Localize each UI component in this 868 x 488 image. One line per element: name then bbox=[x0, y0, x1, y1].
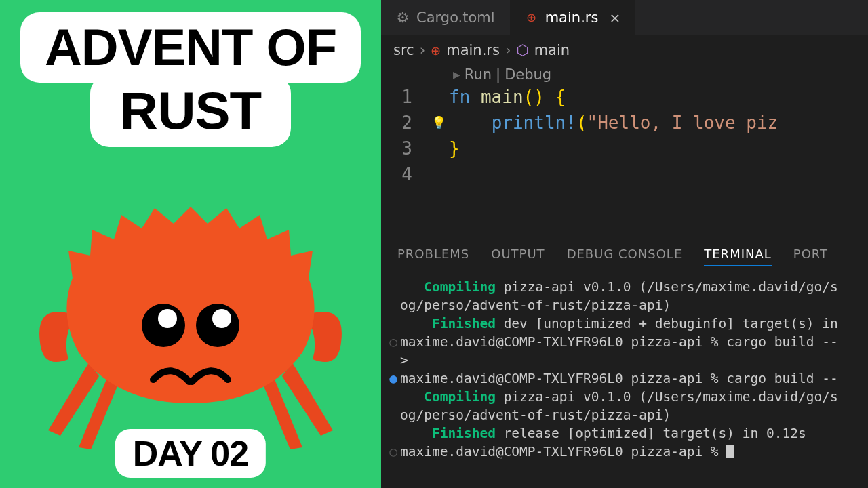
tab-cargo-toml[interactable]: ⚙ Cargo.toml bbox=[381, 0, 510, 35]
rust-box: RUST bbox=[90, 75, 291, 147]
tab-label: Cargo.toml bbox=[416, 9, 495, 26]
ferris-crab-illustration bbox=[28, 180, 353, 453]
terminal-line: > bbox=[388, 351, 868, 369]
day-box: DAY 02 bbox=[115, 429, 266, 478]
title-line-2: RUST bbox=[120, 80, 261, 142]
breadcrumb-src[interactable]: src bbox=[393, 42, 414, 58]
terminal-line: og/perso/advent-of-rust/pizza-api) bbox=[388, 296, 868, 314]
terminal-line: og/perso/advent-of-rust/pizza-api) bbox=[388, 406, 868, 424]
breadcrumb-fn[interactable]: main bbox=[534, 42, 570, 58]
terminal-cursor bbox=[726, 445, 734, 458]
breadcrumb-file[interactable]: main.rs bbox=[446, 42, 500, 58]
line-number: 4 bbox=[381, 161, 429, 187]
cube-icon: ⬡ bbox=[516, 42, 528, 58]
title-line-1: ADVENT OF bbox=[45, 20, 336, 75]
terminal-output[interactable]: Compiling pizza-api v0.1.0 (/Users/maxim… bbox=[381, 272, 868, 461]
editor-tabs: ⚙ Cargo.toml ⊕ main.rs × bbox=[381, 0, 868, 35]
svg-point-3 bbox=[212, 309, 231, 328]
codelens-run[interactable]: Run bbox=[465, 66, 492, 83]
play-icon: ▶ bbox=[453, 69, 460, 80]
day-text: DAY 02 bbox=[133, 433, 248, 474]
code-editor[interactable]: 1 fn main() { 2 💡 println!("Hello, I lov… bbox=[381, 84, 868, 187]
codelens-debug[interactable]: Debug bbox=[505, 66, 551, 83]
panel-tab-terminal[interactable]: TERMINAL bbox=[704, 247, 772, 266]
editor-panel: ⚙ Cargo.toml ⊕ main.rs × src › ⊕ main.rs… bbox=[381, 0, 868, 488]
rust-icon: ⊕ bbox=[431, 43, 441, 58]
tab-main-rs[interactable]: ⊕ main.rs × bbox=[510, 0, 636, 35]
panel-tab-ports[interactable]: PORT bbox=[793, 247, 828, 266]
panel-tab-problems[interactable]: PROBLEMS bbox=[397, 247, 469, 266]
gutter bbox=[429, 161, 449, 187]
chevron-right-icon: › bbox=[505, 42, 511, 58]
thumbnail-left-panel: ADVENT OF RUST DAY 02 bbox=[0, 0, 381, 488]
terminal-line: Finished dev [unoptimized + debuginfo] t… bbox=[388, 314, 868, 333]
svg-point-2 bbox=[158, 309, 177, 328]
code-line-3[interactable]: 3 } bbox=[381, 136, 868, 161]
code-lens: ▶ Run | Debug bbox=[381, 65, 868, 84]
terminal-line: ○maxime.david@COMP-TXLYFR96L0 pizza-api … bbox=[388, 443, 868, 461]
gutter bbox=[429, 136, 449, 161]
line-number: 3 bbox=[381, 136, 429, 161]
terminal-line: ●maxime.david@COMP-TXLYFR96L0 pizza-api … bbox=[388, 369, 868, 388]
gear-icon: ⚙ bbox=[396, 11, 410, 24]
terminal-line: Compiling pizza-api v0.1.0 (/Users/maxim… bbox=[388, 388, 868, 406]
bottom-panel-tabs: PROBLEMS OUTPUT DEBUG CONSOLE TERMINAL P… bbox=[381, 236, 868, 272]
code-line-1[interactable]: 1 fn main() { bbox=[381, 84, 868, 110]
rust-icon: ⊕ bbox=[525, 11, 538, 24]
terminal-line: Finished release [optimized] target(s) i… bbox=[388, 424, 868, 443]
terminal-line: ○maxime.david@COMP-TXLYFR96L0 pizza-api … bbox=[388, 333, 868, 351]
panel-tab-debug-console[interactable]: DEBUG CONSOLE bbox=[567, 247, 683, 266]
tab-label: main.rs bbox=[545, 9, 599, 26]
close-icon[interactable]: × bbox=[609, 9, 620, 26]
code-line-2[interactable]: 2 💡 println!("Hello, I love piz bbox=[381, 110, 868, 136]
code-line-4[interactable]: 4 bbox=[381, 161, 868, 187]
lightbulb-icon[interactable]: 💡 bbox=[431, 110, 446, 136]
line-number: 2 bbox=[381, 110, 429, 136]
chevron-right-icon: › bbox=[420, 42, 425, 58]
panel-tab-output[interactable]: OUTPUT bbox=[491, 247, 545, 266]
gutter: 💡 bbox=[429, 110, 449, 136]
line-number: 1 bbox=[381, 84, 429, 110]
gutter bbox=[429, 84, 449, 110]
terminal-line: Compiling pizza-api v0.1.0 (/Users/maxim… bbox=[388, 278, 868, 296]
breadcrumb[interactable]: src › ⊕ main.rs › ⬡ main bbox=[381, 35, 868, 65]
title-box: ADVENT OF bbox=[20, 12, 361, 83]
